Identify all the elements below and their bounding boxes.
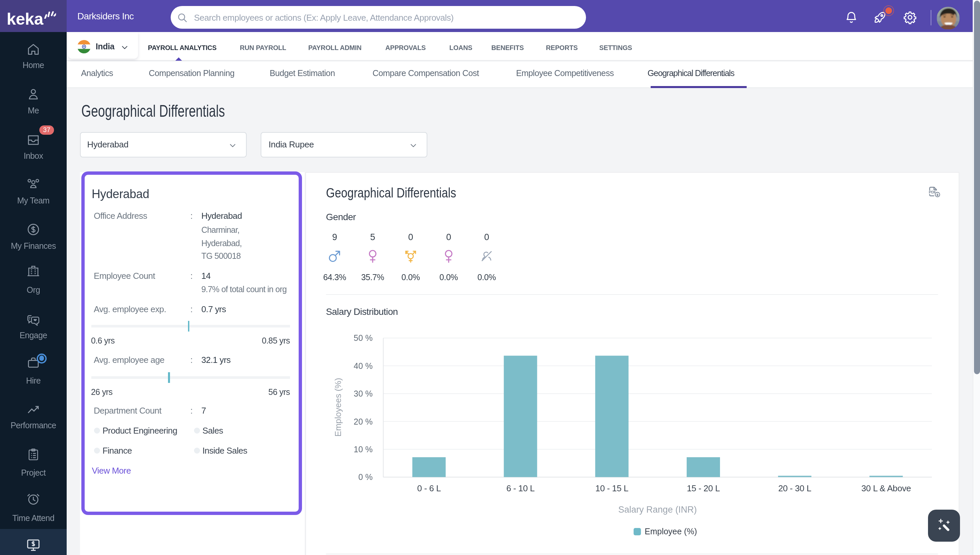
svg-text:6 - 10 L: 6 - 10 L — [506, 483, 534, 493]
svg-text:30 %: 30 % — [353, 389, 372, 398]
svg-text:Employee (%): Employee (%) — [644, 527, 697, 536]
svg-text:15 - 20 L: 15 - 20 L — [686, 483, 719, 493]
svg-text:30 L & Above: 30 L & Above — [861, 483, 911, 493]
svg-text:Salary Range (INR): Salary Range (INR) — [618, 505, 697, 515]
svg-text:0 - 6 L: 0 - 6 L — [417, 483, 441, 493]
svg-text:10 - 15 L: 10 - 15 L — [595, 483, 628, 493]
svg-text:Employees (%): Employees (%) — [333, 378, 343, 436]
svg-text:0 %: 0 % — [358, 472, 372, 482]
svg-text:50 %: 50 % — [353, 333, 372, 343]
svg-text:40 %: 40 % — [353, 361, 372, 371]
svg-text:10 %: 10 % — [353, 444, 372, 454]
svg-text:20 - 30 L: 20 - 30 L — [778, 483, 811, 493]
svg-text:20 %: 20 % — [353, 417, 372, 426]
